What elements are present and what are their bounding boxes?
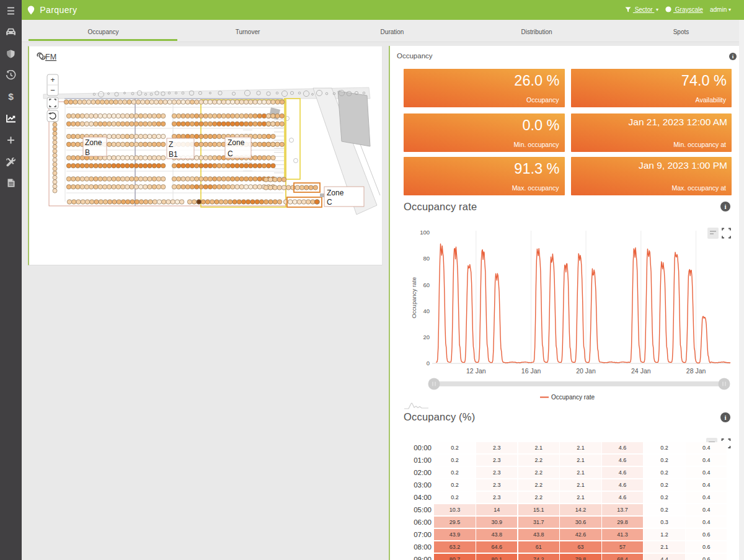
svg-text:Zone: Zone xyxy=(85,138,102,147)
svg-text:12 Jan: 12 Jan xyxy=(466,367,486,375)
svg-text:Z: Z xyxy=(169,140,173,149)
svg-text:20: 20 xyxy=(423,334,430,340)
svg-text:20 Jan: 20 Jan xyxy=(576,367,596,375)
svg-text:16 Jan: 16 Jan xyxy=(521,367,541,375)
svg-text:+: + xyxy=(50,76,55,84)
svg-text:C: C xyxy=(327,198,332,207)
svg-text:B: B xyxy=(85,148,90,157)
svg-text:40: 40 xyxy=(423,308,430,314)
svg-text:B1: B1 xyxy=(169,150,178,159)
svg-text:FM: FM xyxy=(45,53,56,61)
svg-text:$: $ xyxy=(8,92,14,102)
svg-text:80: 80 xyxy=(423,255,430,262)
svg-text:C: C xyxy=(228,149,233,158)
svg-text:Zone: Zone xyxy=(327,189,344,197)
svg-text:Zone: Zone xyxy=(228,138,245,147)
svg-text:0: 0 xyxy=(427,360,430,367)
svg-text:100: 100 xyxy=(420,229,430,236)
svg-text:Occupancy rate: Occupancy rate xyxy=(551,394,595,401)
svg-text:60: 60 xyxy=(423,282,430,288)
svg-text:Occupancy rate: Occupancy rate xyxy=(410,277,417,319)
svg-text:28 Jan: 28 Jan xyxy=(686,367,706,375)
svg-text:24 Jan: 24 Jan xyxy=(631,367,651,375)
svg-text:−: − xyxy=(50,86,55,95)
